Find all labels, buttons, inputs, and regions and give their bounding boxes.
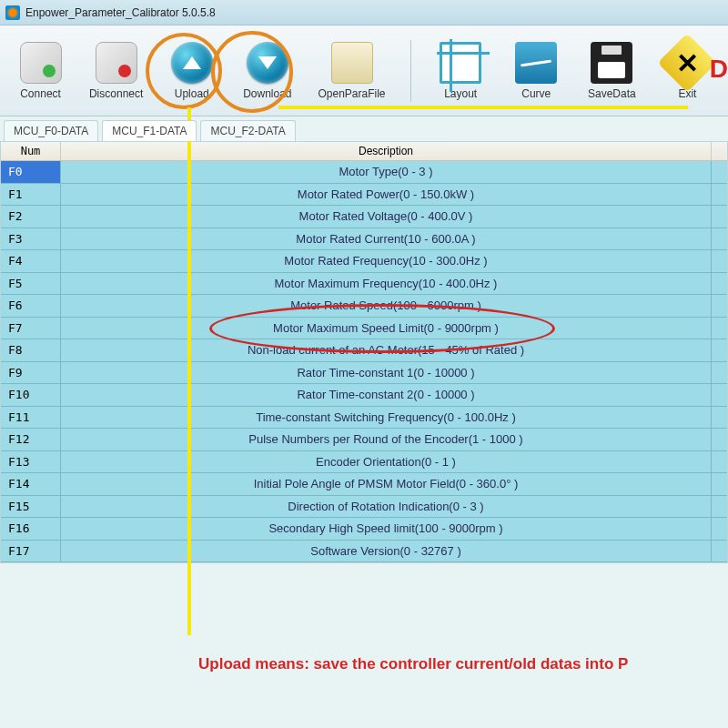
download-button[interactable]: Download: [236, 42, 298, 100]
title-bar: Enpower_Parameter_Calibrator 5.0.5.8: [0, 0, 728, 25]
row-description: Pulse Numbers per Round of the Encoder(1…: [61, 432, 711, 446]
row-end: [711, 473, 727, 495]
row-description: Encoder Orientation(0 - 1 ): [61, 455, 711, 469]
row-end: [711, 206, 727, 228]
table-row[interactable]: F8Non-load current of an AC Motor(15 - 4…: [1, 339, 727, 362]
row-end: [711, 318, 727, 339]
row-description: Motor Rated Frequency(10 - 300.0Hz ): [61, 254, 711, 268]
app-icon: [5, 5, 20, 20]
table-row[interactable]: F2Motor Rated Voltage(0 - 400.0V ): [1, 206, 727, 228]
row-num: F13: [1, 451, 61, 473]
table-row[interactable]: F10Rator Time-constant 2(0 - 10000 ): [1, 384, 727, 407]
table-row[interactable]: F3Motor Rated Current(10 - 600.0A ): [1, 228, 727, 251]
table-row[interactable]: F7Motor Maximum Speed Limit(0 - 9000rpm …: [1, 318, 727, 340]
exit-icon: ✕: [658, 33, 717, 92]
layout-button[interactable]: Layout: [430, 42, 492, 100]
row-description: Secondary High Speed limit(100 - 9000rpm…: [61, 521, 711, 535]
row-num: F14: [1, 473, 61, 495]
row-end: [711, 384, 727, 406]
annotation-note: Upload means: save the controller curren…: [198, 655, 628, 673]
row-num: F17: [1, 541, 61, 562]
table-row[interactable]: F11Time-constant Switching Frequency(0 -…: [1, 407, 727, 430]
row-description: Initial Pole Angle of PMSM Motor Field(0…: [61, 477, 711, 490]
save-icon: [591, 42, 632, 84]
row-end: [711, 451, 727, 473]
table-row[interactable]: F6Motor Rated Speed(100 - 6000rpm ): [1, 295, 727, 318]
row-description: Motor Rated Power(0 - 150.0kW ): [61, 187, 711, 201]
header-description: Description: [61, 142, 711, 160]
row-end: [711, 273, 727, 295]
table-row[interactable]: F0Motor Type(0 - 3 ): [1, 161, 727, 184]
disconnect-button[interactable]: Disconnect: [85, 42, 147, 100]
parameter-grid: Num Description F0Motor Type(0 - 3 )F1Mo…: [0, 141, 728, 563]
row-description: Motor Rated Current(10 - 600.0A ): [61, 232, 711, 246]
row-description: Direction of Rotation Indication(0 - 3 ): [61, 500, 711, 513]
row-description: Software Version(0 - 32767 ): [61, 544, 711, 558]
upload-button[interactable]: Upload: [160, 42, 223, 100]
disconnect-label: Disconnect: [89, 87, 143, 100]
table-row[interactable]: F14Initial Pole Angle of PMSM Motor Fiel…: [1, 473, 727, 496]
row-num: F9: [1, 362, 61, 384]
tab-f1-data[interactable]: MCU_F1-DATA: [102, 120, 197, 141]
row-num: F7: [1, 318, 61, 339]
table-row[interactable]: F1Motor Rated Power(0 - 150.0kW ): [1, 184, 727, 207]
row-num: F1: [1, 184, 61, 206]
connect-label: Connect: [20, 87, 61, 100]
table-row[interactable]: F4Motor Rated Frequency(10 - 300.0Hz ): [1, 250, 727, 273]
connect-icon: [20, 42, 62, 84]
table-row[interactable]: F16Secondary High Speed limit(100 - 9000…: [1, 518, 727, 541]
upload-label: Upload: [175, 87, 209, 100]
header-num: Num: [1, 142, 61, 160]
row-description: Rator Time-constant 1(0 - 10000 ): [61, 366, 711, 379]
open-para-file-button[interactable]: OpenParaFile: [311, 42, 391, 100]
row-end: [711, 295, 727, 317]
upload-icon: [171, 42, 213, 84]
row-end: [711, 496, 727, 518]
open-para-file-label: OpenParaFile: [318, 87, 385, 100]
row-end: [711, 362, 727, 384]
table-row[interactable]: F5Motor Maximum Frequency(10 - 400.0Hz ): [1, 273, 727, 296]
toolbar: Connect Disconnect Upload Download OpenP…: [0, 25, 728, 116]
row-end: [711, 339, 727, 361]
row-end: [711, 250, 727, 272]
table-row[interactable]: F17Software Version(0 - 32767 ): [1, 541, 727, 563]
curve-label: Curve: [521, 87, 551, 100]
table-row[interactable]: F12Pulse Numbers per Round of the Encode…: [1, 429, 727, 451]
header-end: [711, 142, 727, 160]
layout-icon: [440, 42, 481, 84]
row-description: Motor Maximum Frequency(10 - 400.0Hz ): [61, 277, 711, 290]
download-label: Download: [243, 87, 291, 100]
table-row[interactable]: F15Direction of Rotation Indication(0 - …: [1, 496, 727, 519]
download-icon: [247, 42, 288, 84]
row-end: [711, 407, 727, 429]
row-end: [711, 161, 727, 183]
disconnect-icon: [96, 42, 137, 84]
row-description: Non-load current of an AC Motor(15 - 45%…: [61, 343, 711, 357]
row-num: F8: [1, 339, 61, 361]
row-num: F10: [1, 384, 61, 406]
row-end: [711, 429, 727, 450]
row-num: F15: [1, 496, 61, 518]
row-end: [711, 184, 727, 206]
folder-icon: [331, 42, 373, 84]
row-num: F12: [1, 429, 61, 450]
grid-header: Num Description: [1, 142, 727, 161]
tab-f2-data[interactable]: MCU_F2-DATA: [200, 120, 295, 141]
table-row[interactable]: F9Rator Time-constant 1(0 - 10000 ): [1, 362, 727, 385]
row-num: F6: [1, 295, 61, 317]
annotation-d-cutoff: D: [710, 55, 728, 84]
row-end: [711, 541, 727, 562]
connect-button[interactable]: Connect: [9, 42, 72, 100]
row-description: Rator Time-constant 2(0 - 10000 ): [61, 388, 711, 401]
curve-icon: [515, 42, 557, 84]
curve-button[interactable]: Curve: [505, 42, 568, 100]
row-end: [711, 228, 727, 250]
save-data-button[interactable]: SaveData: [581, 42, 643, 100]
tab-bar: MCU_F0-DATA MCU_F1-DATA MCU_F2-DATA: [0, 116, 728, 141]
window-title: Enpower_Parameter_Calibrator 5.0.5.8: [25, 6, 216, 19]
tab-f0-data[interactable]: MCU_F0-DATA: [4, 120, 98, 141]
row-num: F3: [1, 228, 61, 250]
row-num: F16: [1, 518, 61, 540]
row-description: Motor Rated Speed(100 - 6000rpm ): [61, 298, 711, 312]
table-row[interactable]: F13Encoder Orientation(0 - 1 ): [1, 451, 727, 474]
